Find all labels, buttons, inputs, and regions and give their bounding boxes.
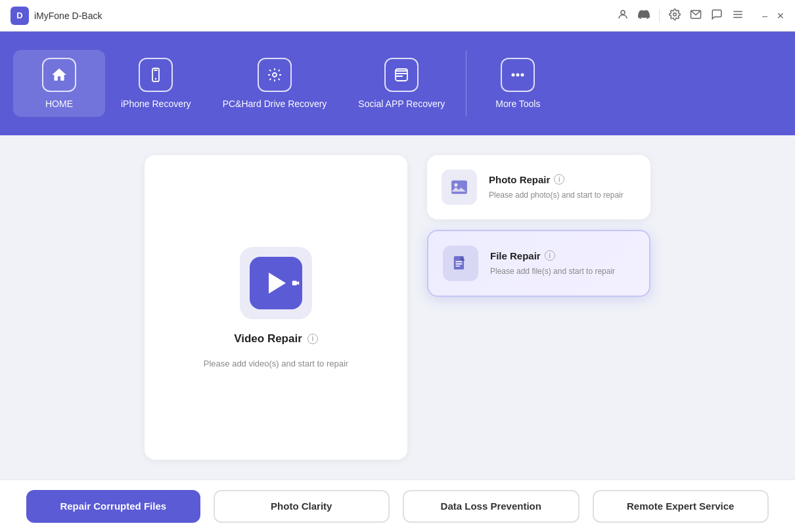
nav-item-more[interactable]: More Tools (472, 50, 564, 117)
photo-clarity-button[interactable]: Photo Clarity (214, 490, 390, 523)
svg-point-1 (673, 12, 677, 16)
app-title: iMyFone D-Back (34, 11, 102, 21)
app-logo: D (11, 7, 29, 25)
nav-item-pc[interactable]: PC&Hard Drive Recovery (207, 50, 343, 117)
svg-point-0 (621, 11, 625, 14)
video-repair-card[interactable]: Video Repair i Please add video(s) and s… (145, 155, 407, 460)
play-icon (269, 273, 286, 294)
nav-item-home[interactable]: HOME (13, 50, 105, 117)
file-repair-info-icon[interactable]: i (545, 250, 555, 261)
cards-area: Video Repair i Please add video(s) and s… (39, 155, 756, 460)
more-nav-label: More Tools (495, 99, 540, 109)
nav-item-iphone[interactable]: iPhone Recovery (105, 50, 207, 117)
svg-rect-14 (451, 181, 467, 194)
svg-point-8 (273, 73, 277, 77)
bottombar: Repair Corrupted Files Photo Clarity Dat… (0, 479, 795, 532)
nav-separator (466, 51, 466, 116)
photo-repair-card[interactable]: Photo Repair i Please add photo(s) and s… (427, 155, 650, 219)
social-nav-icon (384, 58, 419, 92)
chat-icon[interactable] (711, 9, 723, 23)
nav-item-social[interactable]: Social APP Recovery (342, 50, 461, 117)
video-repair-info-icon[interactable]: i (307, 334, 318, 344)
iphone-nav-icon (139, 58, 173, 92)
main-content: Video Repair i Please add video(s) and s… (0, 135, 795, 479)
remote-expert-button[interactable]: Remote Expert Service (593, 490, 769, 523)
minimize-button[interactable]: – (762, 11, 767, 21)
home-nav-label: HOME (45, 99, 73, 109)
close-button[interactable]: ✕ (777, 11, 784, 21)
svg-point-10 (512, 74, 514, 76)
file-icon-wrap (443, 246, 478, 281)
titlebar-icons: – ✕ (617, 9, 784, 23)
file-repair-desc: Please add file(s) and start to repair (490, 265, 615, 277)
iphone-nav-label: iPhone Recovery (121, 99, 191, 109)
photo-icon-wrap (442, 169, 477, 205)
person-icon[interactable] (617, 9, 629, 23)
svg-point-11 (517, 74, 519, 76)
pc-nav-icon (258, 58, 292, 92)
video-repair-title: Video Repair i (234, 332, 318, 345)
mail-icon[interactable] (690, 9, 702, 23)
video-repair-desc: Please add video(s) and start to repair (204, 359, 348, 368)
photo-repair-info-icon[interactable]: i (554, 174, 564, 185)
svg-point-15 (454, 183, 457, 187)
pc-nav-label: PC&Hard Drive Recovery (223, 99, 327, 109)
video-icon-bg (240, 247, 312, 319)
file-repair-text: File Repair i Please add file(s) and sta… (490, 250, 615, 277)
repair-corrupted-button[interactable]: Repair Corrupted Files (26, 490, 200, 523)
discord-icon[interactable] (638, 9, 650, 23)
video-icon-wrapper (266, 273, 286, 294)
svg-point-12 (522, 74, 524, 76)
file-repair-card[interactable]: File Repair i Please add file(s) and sta… (427, 230, 650, 297)
photo-repair-desc: Please add photo(s) and start to repair (489, 189, 624, 201)
more-nav-icon (501, 58, 535, 92)
social-nav-label: Social APP Recovery (358, 99, 445, 109)
home-nav-icon (42, 58, 76, 92)
photo-repair-title: Photo Repair i (489, 174, 624, 185)
data-loss-button[interactable]: Data Loss Prevention (403, 490, 579, 523)
titlebar-separator (659, 9, 660, 22)
video-icon-inner (250, 257, 302, 309)
file-repair-title: File Repair i (490, 250, 615, 261)
menu-icon[interactable] (732, 9, 744, 23)
settings-icon[interactable] (669, 9, 681, 23)
titlebar: D iMyFone D-Back – ✕ (0, 0, 795, 32)
window-controls: – ✕ (762, 11, 784, 21)
right-cards: Photo Repair i Please add photo(s) and s… (427, 155, 650, 460)
navbar: HOME iPhone Recovery PC&Hard Drive Recov… (0, 32, 795, 135)
photo-repair-text: Photo Repair i Please add photo(s) and s… (489, 174, 624, 201)
